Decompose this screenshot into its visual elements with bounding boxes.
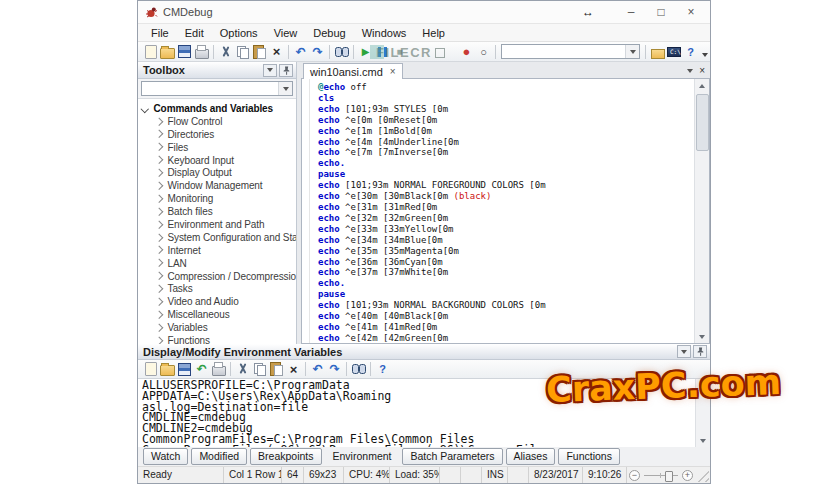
scroll-down-button[interactable] <box>696 434 710 447</box>
copy-icon[interactable] <box>234 44 251 60</box>
open-file-icon[interactable] <box>159 361 176 377</box>
tree-item-window-management[interactable]: Window Management <box>142 179 296 192</box>
redo-icon[interactable]: ↷ <box>309 44 326 60</box>
editor-vertical-scrollbar[interactable] <box>694 79 709 343</box>
bottom-tab-environment[interactable]: Environment <box>325 448 400 465</box>
code-area[interactable]: @echo offclsecho [101;93m STYLES [0mecho… <box>302 79 694 343</box>
new-file-icon[interactable] <box>142 361 159 377</box>
menu-item-help[interactable]: Help <box>414 26 453 40</box>
zoom-slider-thumb[interactable] <box>665 471 673 482</box>
menu-item-windows[interactable]: Windows <box>354 26 415 40</box>
bottom-tab-batch-parameters[interactable]: Batch Parameters <box>402 448 502 465</box>
env-menu-button[interactable] <box>677 345 691 358</box>
undo-icon[interactable]: ↶ <box>309 361 326 377</box>
tree-item-environment-and-path[interactable]: Environment and Path <box>142 218 296 231</box>
circle-icon[interactable]: ○ <box>475 44 492 60</box>
zoom-in-button[interactable]: + <box>682 470 693 481</box>
undo-icon[interactable]: ↶ <box>292 44 309 60</box>
maximize-button[interactable]: □ <box>646 2 676 22</box>
save-icon[interactable] <box>176 44 193 60</box>
env-pin-button[interactable] <box>693 345 707 358</box>
cut-icon[interactable] <box>234 361 251 377</box>
status-cell-col-1-row-1[interactable]: Col 1 Row 1 <box>224 467 282 483</box>
tree-item-miscellaneous[interactable]: Miscellaneous <box>142 308 296 321</box>
print-icon[interactable] <box>210 361 227 377</box>
tab-list-dropdown-button[interactable] <box>687 69 693 73</box>
bottom-tab-breakpoints[interactable]: Breakpoints <box>250 448 321 465</box>
status-cell-8-23-2017[interactable]: 8/23/2017 <box>529 467 583 483</box>
open-file-icon[interactable] <box>159 44 176 60</box>
command-window-icon[interactable] <box>666 44 682 60</box>
bottom-tab-aliases[interactable]: Aliases <box>506 448 556 465</box>
tree-item-tasks[interactable]: Tasks <box>142 282 296 295</box>
save-icon[interactable] <box>176 361 193 377</box>
toolbox-combobox-dropdown-button[interactable] <box>278 82 292 95</box>
tree-item-lan[interactable]: LAN <box>142 257 296 270</box>
toolbar-combobox[interactable] <box>501 44 640 59</box>
tree-item-internet[interactable]: Internet <box>142 244 296 257</box>
close-button[interactable]: × <box>676 2 706 22</box>
status-cell-empty-7[interactable] <box>461 467 482 483</box>
tree-item-batch-files[interactable]: Batch files <box>142 205 296 218</box>
tree-item-display-output[interactable]: Display Output <box>142 166 296 179</box>
zoom-slider[interactable]: − + <box>627 467 695 483</box>
minimize-button[interactable]: – <box>616 2 646 22</box>
tree-item-directories[interactable]: Directories <box>142 128 296 141</box>
toolbar-combobox-dropdown-button[interactable] <box>625 45 639 58</box>
tree-item-flow-control[interactable]: Flow Control <box>142 115 296 128</box>
find-icon[interactable] <box>350 361 367 377</box>
tree-item-compression-decompression[interactable]: Compression / Decompression <box>142 270 296 283</box>
find-icon[interactable] <box>333 44 350 60</box>
cut-icon[interactable] <box>217 44 234 60</box>
tab-group-close-button[interactable]: × <box>699 65 705 76</box>
status-cell-cpu-4[interactable]: CPU: 4% <box>344 467 390 483</box>
open-batch-icon[interactable] <box>649 44 666 60</box>
help-icon[interactable]: ? <box>374 361 391 377</box>
toolbar-overflow-button[interactable] <box>699 44 710 60</box>
revert-icon[interactable]: ↶ <box>193 361 210 377</box>
toolbox-menu-button[interactable] <box>263 64 277 77</box>
paste-icon[interactable] <box>268 361 285 377</box>
status-cell-load-35[interactable]: Load: 35% <box>390 467 440 483</box>
status-cell-empty-9[interactable] <box>508 467 529 483</box>
bottom-tab-functions[interactable]: Functions <box>558 448 620 465</box>
status-cell-64[interactable]: 64 <box>282 467 304 483</box>
status-cell-69x23[interactable]: 69x23 <box>304 467 344 483</box>
bottom-tab-modified[interactable]: Modified <box>191 448 247 465</box>
menu-item-edit[interactable]: Edit <box>177 26 212 40</box>
print-icon[interactable] <box>193 44 210 60</box>
tree-item-video-and-audio[interactable]: Video and Audio <box>142 295 296 308</box>
tree-item-files[interactable]: Files <box>142 141 296 154</box>
menu-item-debug[interactable]: Debug <box>305 26 353 40</box>
new-file-icon[interactable] <box>142 44 159 60</box>
scrollbar-thumb[interactable] <box>696 94 709 151</box>
tree-item-variables[interactable]: Variables <box>142 321 296 334</box>
resize-grip[interactable] <box>697 470 709 482</box>
help-icon[interactable]: ? <box>682 44 699 60</box>
scroll-down-button[interactable] <box>695 330 709 343</box>
paste-icon[interactable] <box>251 44 268 60</box>
status-cell-9-10-26[interactable]: 9:10:26 <box>583 467 627 483</box>
delete-icon[interactable]: × <box>268 44 285 60</box>
menu-item-options[interactable]: Options <box>212 26 266 40</box>
tree-item-monitoring[interactable]: Monitoring <box>142 192 296 205</box>
menu-item-file[interactable]: File <box>143 26 177 40</box>
tree-root-commands-and-variables[interactable]: Commands and Variables <box>142 102 296 115</box>
status-cell-empty-6[interactable] <box>440 467 461 483</box>
tree-item-system-configuration-and-status[interactable]: System Configuration and Status <box>142 231 296 244</box>
status-cell-ins[interactable]: INS <box>482 467 508 483</box>
redo-icon[interactable]: ↷ <box>326 361 343 377</box>
toolbox-pin-button[interactable] <box>279 64 293 77</box>
record-icon[interactable]: ● <box>458 44 475 60</box>
delete-icon[interactable]: × <box>285 361 302 377</box>
tree-item-keyboard-input[interactable]: Keyboard Input <box>142 154 296 167</box>
copy-icon[interactable] <box>251 361 268 377</box>
zoom-slider-track[interactable] <box>644 475 678 476</box>
editor-tab-win10ansi[interactable]: win10ansi.cmd × <box>303 63 403 79</box>
zoom-out-button[interactable]: − <box>629 470 640 481</box>
tree-item-functions[interactable]: Functions <box>142 334 296 344</box>
toolbox-combobox[interactable] <box>141 81 293 96</box>
bottom-tab-watch[interactable]: Watch <box>143 448 188 465</box>
menu-item-view[interactable]: View <box>266 26 306 40</box>
scroll-up-button[interactable] <box>695 79 709 92</box>
